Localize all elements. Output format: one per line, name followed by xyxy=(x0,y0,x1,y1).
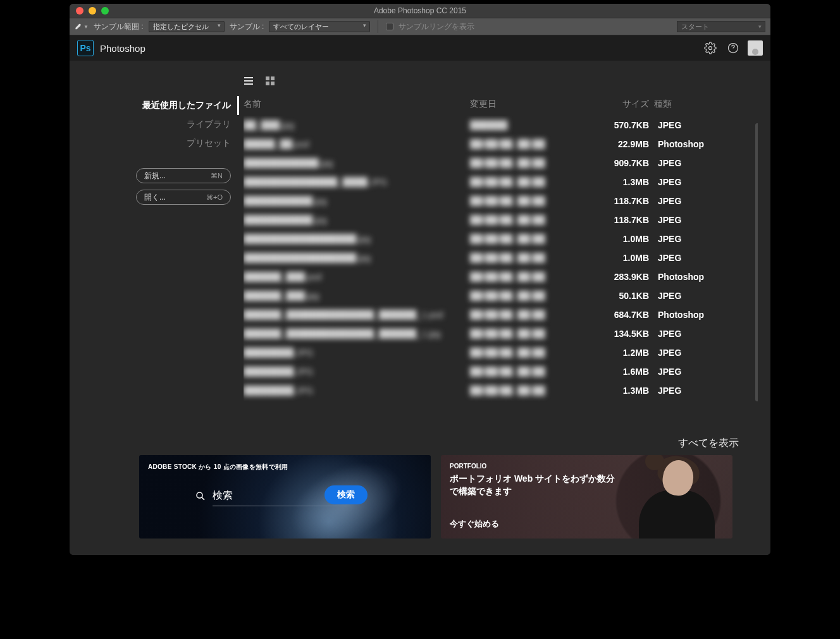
cell-kind: JPEG xyxy=(654,348,717,358)
cell-date: ██/██/██, ██:██ xyxy=(470,177,587,187)
table-row[interactable]: ██████_███.psd██/██/██, ██:██283.9KBPhot… xyxy=(244,267,758,286)
portfolio-tag: PORTFOLIO xyxy=(450,463,486,470)
titlebar: Adobe Photoshop CC 2015 xyxy=(70,4,770,18)
cell-kind: JPEG xyxy=(654,386,717,396)
table-row[interactable]: ███████████████_████.JPG██/██/██, ██:██1… xyxy=(244,173,758,192)
recent-files-table: 名前 変更日 サイズ 種類 ██_███.jpg██████570.7KBJPE… xyxy=(244,99,758,428)
col-kind[interactable]: 種類 xyxy=(654,99,717,110)
cell-size: 1.6MB xyxy=(592,367,649,377)
stock-search-button[interactable]: 検索 xyxy=(324,485,368,504)
stock-search-placeholder: 検索 xyxy=(213,489,233,502)
window-title: Adobe Photoshop CC 2015 xyxy=(70,6,770,15)
promo-row: ADOBE STOCK から 10 点の画像を無料で利用 検索 検索 PORTF… xyxy=(70,455,770,555)
cell-size: 22.9MB xyxy=(592,139,649,149)
show-sampling-ring-checkbox[interactable] xyxy=(386,23,393,30)
cell-kind: Photoshop xyxy=(654,139,717,149)
portfolio-cta: 今すぐ始める xyxy=(450,518,499,530)
col-size[interactable]: サイズ xyxy=(592,99,649,110)
svg-rect-7 xyxy=(266,82,269,85)
cell-kind: JPEG xyxy=(654,158,717,168)
cell-size: 283.9KB xyxy=(592,272,649,282)
cell-size: 1.0MB xyxy=(592,253,649,263)
scrollbar[interactable] xyxy=(755,123,758,401)
col-modified[interactable]: 変更日 xyxy=(470,99,587,110)
table-row[interactable]: ████████.JPG██/██/██, ██:██1.2MBJPEG xyxy=(244,343,758,362)
grid-view-button[interactable] xyxy=(265,76,275,86)
show-all-link[interactable]: すべてを表示 xyxy=(70,428,770,455)
cell-name: ███████████.jpg xyxy=(244,196,465,206)
sample-label: サンプル : xyxy=(230,21,264,32)
svg-line-10 xyxy=(202,497,204,499)
cell-size: 1.3MB xyxy=(592,386,649,396)
help-icon xyxy=(727,42,739,54)
workspace-select[interactable]: スタート xyxy=(677,21,765,32)
cell-name: ██_███.jpg xyxy=(244,120,465,130)
table-row[interactable]: ████████.JPG██/██/██, ██:██1.3MBJPEG xyxy=(244,381,758,400)
table-row[interactable]: ████████████.jpg██/██/██, ██:██909.7KBJP… xyxy=(244,154,758,173)
cell-name: ███████████.jpg xyxy=(244,215,465,225)
table-row[interactable]: ███████████.jpg██/██/██, ██:██118.7KBJPE… xyxy=(244,192,758,210)
show-sampling-ring-label: サンプルリングを表示 xyxy=(398,21,474,32)
open-file-button[interactable]: 開く... ⌘+O xyxy=(136,190,231,205)
table-row[interactable]: ██_███.jpg██████570.7KBJPEG xyxy=(244,116,758,135)
cell-date: ██/██/██, ██:██ xyxy=(470,386,587,396)
portfolio-card[interactable]: PORTFOLIO ポートフォリオ Web サイトをわずか数分で構築できます 今… xyxy=(441,455,732,539)
table-header: 名前 変更日 サイズ 種類 xyxy=(244,99,758,115)
product-name: Photoshop xyxy=(100,43,145,54)
account-avatar[interactable] xyxy=(748,40,763,56)
gear-icon xyxy=(704,42,717,54)
cell-date: ██/██/██, ██:██ xyxy=(470,158,587,168)
svg-rect-2 xyxy=(244,77,253,78)
open-file-shortcut: ⌘+O xyxy=(206,193,223,202)
cell-size: 570.7KB xyxy=(592,120,649,130)
cell-size: 118.7KB xyxy=(592,215,649,225)
settings-button[interactable] xyxy=(702,40,719,56)
start-workspace: 最近使用したファイルライブラリプリセット 新規... ⌘N 開く... ⌘+O xyxy=(70,61,770,555)
table-row[interactable]: ██████████████████.jpg██/██/██, ██:██1.0… xyxy=(244,229,758,248)
cell-size: 1.0MB xyxy=(592,234,649,244)
cell-date: ██████ xyxy=(470,120,587,130)
table-row[interactable]: ███████████.jpg██/██/██, ██:██118.7KBJPE… xyxy=(244,210,758,229)
list-view-button[interactable] xyxy=(244,76,254,86)
cell-date: ██/██/██, ██:██ xyxy=(470,139,587,149)
table-row[interactable]: ████████.JPG██/██/██, ██:██1.6MBJPEG xyxy=(244,362,758,381)
app-window: Adobe Photoshop CC 2015 ▼ サンプル範囲 : 指定したピ… xyxy=(70,4,770,555)
table-row[interactable]: ██████_██████████████_██████_1.jpg██/██/… xyxy=(244,324,758,343)
svg-rect-5 xyxy=(266,76,269,80)
sample-select[interactable]: すべてのレイヤー xyxy=(269,21,370,32)
cell-name: ██████_██████████████_██████_1.jpg xyxy=(244,329,465,339)
cell-size: 1.2MB xyxy=(592,348,649,358)
sample-range-select[interactable]: 指定したピクセル xyxy=(149,21,225,32)
eyedropper-tool-icon[interactable]: ▼ xyxy=(75,20,89,33)
table-row[interactable]: ██████_██████████████_██████_1.psd██/██/… xyxy=(244,305,758,324)
sidebar: 最近使用したファイルライブラリプリセット 新規... ⌘N 開く... ⌘+O xyxy=(82,73,244,428)
cell-date: ██/██/██, ██:██ xyxy=(470,348,587,358)
cell-date: ██/██/██, ██:██ xyxy=(470,215,587,225)
cell-size: 134.5KB xyxy=(592,329,649,339)
new-file-button[interactable]: 新規... ⌘N xyxy=(136,168,231,183)
sidebar-item-2[interactable]: プリセット xyxy=(82,134,231,153)
table-row[interactable]: ██████_███.jpg██/██/██, ██:██50.1KBJPEG xyxy=(244,286,758,305)
table-row[interactable]: █████_██.psd██/██/██, ██:██22.9MBPhotosh… xyxy=(244,135,758,154)
cell-name: ██████_███.jpg xyxy=(244,291,465,301)
cell-kind: JPEG xyxy=(654,196,717,206)
cell-kind: JPEG xyxy=(654,329,717,339)
cell-kind: Photoshop xyxy=(654,310,717,320)
search-icon xyxy=(195,490,206,502)
portfolio-illustration xyxy=(631,455,720,539)
sidebar-item-1[interactable]: ライブラリ xyxy=(82,115,231,134)
cell-date: ██/██/██, ██:██ xyxy=(470,367,587,377)
adobe-stock-card[interactable]: ADOBE STOCK から 10 点の画像を無料で利用 検索 検索 xyxy=(139,455,431,539)
table-row[interactable]: ██████████████████.jpg██/██/██, ██:██1.0… xyxy=(244,248,758,267)
col-name[interactable]: 名前 xyxy=(244,99,465,110)
cell-kind: JPEG xyxy=(654,253,717,263)
svg-rect-8 xyxy=(271,82,275,85)
help-button[interactable] xyxy=(725,40,741,56)
stock-search-field[interactable]: 検索 xyxy=(195,489,233,502)
cell-date: ██/██/██, ██:██ xyxy=(470,291,587,301)
sidebar-item-0[interactable]: 最近使用したファイル xyxy=(82,96,239,115)
svg-rect-3 xyxy=(244,80,253,82)
sample-range-label: サンプル範囲 : xyxy=(94,21,144,32)
separator xyxy=(378,20,378,33)
cell-kind: Photoshop xyxy=(654,272,717,282)
